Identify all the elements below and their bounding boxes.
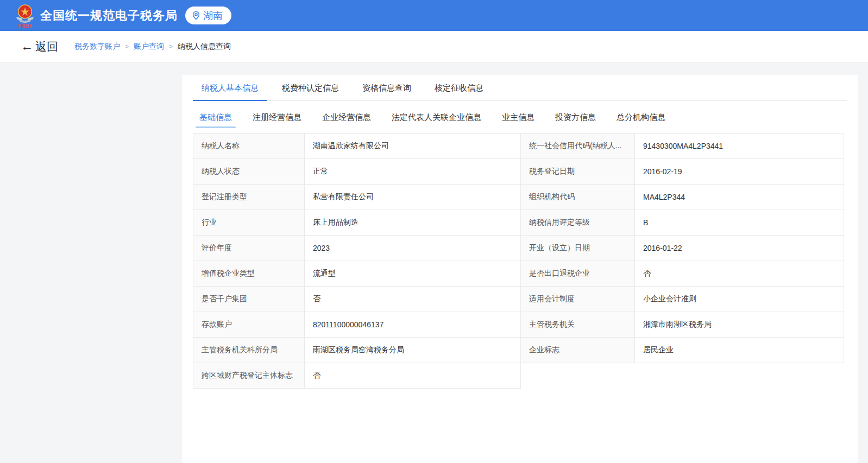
info-value: 否 [635, 261, 844, 287]
back-label: 返回 [35, 39, 58, 54]
info-value: 小企业会计准则 [635, 287, 844, 312]
main-tab-3[interactable]: 资格信息查询 [354, 75, 420, 100]
info-label: 适用会计制度 [521, 287, 635, 312]
sub-tab-2[interactable]: 注册经营信息 [246, 108, 308, 128]
sub-tab-7[interactable]: 总分机构信息 [610, 108, 672, 128]
info-label: 纳税人名称 [193, 134, 305, 159]
table-row: 是否千户集团否适用会计制度小企业会计准则 [193, 287, 844, 312]
info-value: 否 [305, 363, 521, 389]
info-label: 纳税人状态 [193, 159, 305, 185]
svg-text:中国税务: 中国税务 [17, 23, 33, 28]
info-label: 开业（设立）日期 [521, 236, 635, 261]
info-label: 统一社会信用代码(纳税人... [521, 134, 635, 159]
main-tab-2[interactable]: 税费种认定信息 [273, 75, 348, 100]
info-value: 流通型 [305, 261, 521, 287]
main-tab-bar: 纳税人基本信息税费种认定信息资格信息查询核定征收信息 [193, 75, 847, 101]
table-row: 登记注册类型私营有限责任公司组织机构代码MA4L2P344 [193, 185, 844, 210]
info-label: 登记注册类型 [193, 185, 305, 210]
back-arrow-icon: ← [21, 40, 33, 53]
breadcrumb-link-account-query[interactable]: 账户查询 [134, 42, 164, 52]
breadcrumb-link-digital-account[interactable]: 税务数字账户 [74, 42, 120, 52]
breadcrumb-separator: > [125, 43, 129, 50]
sub-tab-3[interactable]: 企业经营信息 [316, 108, 378, 128]
sub-tab-4[interactable]: 法定代表人关联企业信息 [385, 108, 488, 128]
breadcrumb-current-page: 纳税人信息查询 [178, 42, 231, 52]
sub-tab-1[interactable]: 基础信息 [193, 108, 238, 128]
table-row: 增值税企业类型流通型是否出口退税企业否 [193, 261, 844, 287]
table-row: 跨区域财产税登记主体标志否 [193, 363, 844, 389]
info-value: 湖南温欣家纺有限公司 [305, 134, 521, 159]
location-pin-icon [192, 11, 200, 20]
info-value: 2016-01-22 [635, 236, 844, 261]
info-label: 组织机构代码 [521, 185, 635, 210]
info-label: 是否千户集团 [193, 287, 305, 312]
info-value: 否 [305, 287, 521, 312]
table-row: 纳税人名称湖南温欣家纺有限公司统一社会信用代码(纳税人...91430300MA… [193, 134, 844, 159]
sub-tab-5[interactable]: 业主信息 [495, 108, 541, 128]
main-tab-4[interactable]: 核定征收信息 [426, 75, 492, 100]
breadcrumb: 税务数字账户 > 账户查询 > 纳税人信息查询 [74, 42, 231, 52]
region-badge[interactable]: 湖南 [185, 7, 231, 24]
info-label: 存款账户 [193, 312, 305, 338]
info-label: 主管税务机关科所分局 [193, 338, 305, 363]
breadcrumb-separator: > [169, 43, 173, 50]
table-row: 主管税务机关科所分局雨湖区税务局窑湾税务分局企业标志居民企业 [193, 338, 844, 363]
info-label: 企业标志 [521, 338, 635, 363]
info-label: 跨区域财产税登记主体标志 [193, 363, 305, 389]
info-value: 正常 [305, 159, 521, 185]
main-tab-1[interactable]: 纳税人基本信息 [193, 75, 267, 101]
table-row: 行业床上用品制造纳税信用评定等级B [193, 210, 844, 236]
info-label: 增值税企业类型 [193, 261, 305, 287]
sub-tab-6[interactable]: 投资方信息 [549, 108, 602, 128]
app-header: 中国税务 全国统一规范电子税务局 湖南 [0, 0, 868, 31]
info-value: 湘潭市雨湖区税务局 [635, 312, 844, 338]
info-label: 税务登记日期 [521, 159, 635, 185]
table-row: 评价年度2023开业（设立）日期2016-01-22 [193, 236, 844, 261]
info-value: 床上用品制造 [305, 210, 521, 236]
info-value: 91430300MA4L2P3441 [635, 134, 844, 159]
sub-tab-bar: 基础信息注册经营信息企业经营信息法定代表人关联企业信息业主信息投资方信息总分机构… [193, 108, 847, 128]
info-value: MA4L2P344 [635, 185, 844, 210]
taxpayer-info-table: 纳税人名称湖南温欣家纺有限公司统一社会信用代码(纳税人...91430300MA… [193, 133, 844, 389]
info-label: 评价年度 [193, 236, 305, 261]
app-title: 全国统一规范电子税务局 [40, 8, 178, 24]
page-content: 纳税人基本信息税费种认定信息资格信息查询核定征收信息 基础信息注册经营信息企业经… [0, 62, 868, 463]
content-card: 纳税人基本信息税费种认定信息资格信息查询核定征收信息 基础信息注册经营信息企业经… [182, 75, 858, 463]
info-value: 2016-02-19 [635, 159, 844, 185]
info-value: 雨湖区税务局窑湾税务分局 [305, 338, 521, 363]
info-label: 主管税务机关 [521, 312, 635, 338]
back-button[interactable]: ← 返回 [21, 39, 58, 54]
tax-emblem-logo: 中国税务 [14, 3, 36, 28]
table-row: 纳税人状态正常税务登记日期2016-02-19 [193, 159, 844, 185]
info-label: 行业 [193, 210, 305, 236]
info-label: 是否出口退税企业 [521, 261, 635, 287]
info-value: 居民企业 [635, 338, 844, 363]
table-row: 存款账户82011100000046137主管税务机关湘潭市雨湖区税务局 [193, 312, 844, 338]
info-value: 82011100000046137 [305, 312, 521, 338]
info-label: 纳税信用评定等级 [521, 210, 635, 236]
region-name: 湖南 [203, 9, 223, 22]
info-value: B [635, 210, 844, 236]
tax-emblem-icon: 中国税务 [15, 3, 35, 28]
breadcrumb-bar: ← 返回 税务数字账户 > 账户查询 > 纳税人信息查询 [0, 31, 868, 62]
info-value: 私营有限责任公司 [305, 185, 521, 210]
info-value: 2023 [305, 236, 521, 261]
